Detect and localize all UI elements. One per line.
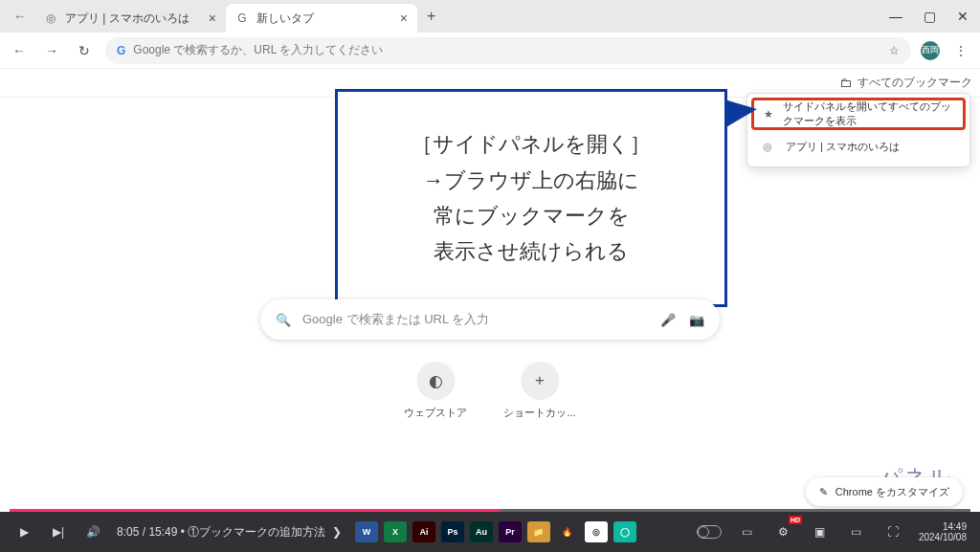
- shortcut-webstore[interactable]: ◐ ウェブストア: [404, 362, 467, 420]
- play-button[interactable]: ▶: [13, 521, 34, 542]
- tab-inactive[interactable]: ◎ アプリ | スマホのいろは ×: [34, 4, 226, 33]
- shortcut-icon: ◐: [416, 362, 455, 400]
- taskbar-tile[interactable]: 📁: [527, 521, 550, 542]
- google-g-icon: G: [117, 44, 125, 57]
- image-search-icon[interactable]: 📷: [689, 313, 704, 327]
- hd-badge: HD: [789, 516, 802, 524]
- system-clock: 14:49 2024/10/08: [919, 521, 967, 542]
- window-controls: ― ▢ ✕: [889, 9, 974, 24]
- taskbar-tile[interactable]: W: [355, 521, 378, 542]
- search-icon: 🔍: [276, 313, 291, 327]
- search-placeholder: Google で検索または URL を入力: [302, 311, 489, 328]
- taskbar-tile[interactable]: ◯: [613, 521, 636, 542]
- new-tab-button[interactable]: +: [417, 8, 445, 25]
- history-back-icon[interactable]: ←: [6, 9, 34, 24]
- tab-active[interactable]: G 新しいタブ ×: [226, 4, 417, 33]
- minimize-icon[interactable]: ―: [889, 9, 902, 24]
- customize-chrome-button[interactable]: ✎ Chrome をカスタマイズ: [806, 477, 963, 506]
- customize-label: Chrome をカスタマイズ: [835, 485, 949, 499]
- callout-line: 表示させ続けられる: [434, 233, 629, 269]
- close-tab-icon[interactable]: ×: [400, 11, 408, 26]
- ntp-search-bar[interactable]: 🔍 Google で検索または URL を入力 🎤 📷: [260, 299, 720, 340]
- annotation-callout: ［サイドパネルを開く］ →ブラウザ上の右脇に 常にブックマークを 表示させ続けら…: [335, 89, 727, 307]
- taskbar-tile[interactable]: X: [384, 521, 407, 542]
- autoplay-toggle[interactable]: [697, 525, 722, 539]
- star-bookmark-icon[interactable]: ☆: [889, 44, 900, 57]
- toolbar: ← → ↻ G Google で検索するか、URL を入力してください ☆ 西岡…: [0, 33, 980, 69]
- settings-icon[interactable]: ⚙ HD: [773, 521, 794, 542]
- titlebar: ← ◎ アプリ | スマホのいろは × G 新しいタブ × + ― ▢ ✕: [0, 0, 980, 33]
- maximize-icon[interactable]: ▢: [924, 9, 936, 24]
- taskbar-tile[interactable]: Pr: [499, 521, 522, 542]
- video-time: 8:05 / 15:49 • ①ブックマークの追加方法 ❯: [117, 524, 342, 541]
- captions-icon[interactable]: ▭: [737, 521, 758, 542]
- miniplayer-icon[interactable]: ▣: [810, 521, 831, 542]
- dd-item-label: サイドパネルを開いてすべてのブックマークを表示: [783, 99, 953, 128]
- taskbar-tile[interactable]: ◎: [585, 521, 608, 542]
- callout-line: ［サイドパネルを開く］: [412, 126, 651, 162]
- bookmarks-dropdown: ★ サイドパネルを開いてすべてのブックマークを表示 ◎ アプリ | スマホのいろ…: [746, 93, 970, 167]
- shortcut-label: ショートカッ...: [503, 406, 575, 420]
- star-icon: ★: [764, 108, 773, 121]
- close-window-icon[interactable]: ✕: [957, 9, 969, 24]
- taskbar-tile[interactable]: Au: [470, 521, 493, 542]
- taskbar-tile[interactable]: 🔥: [556, 521, 579, 542]
- profile-avatar[interactable]: 西岡: [921, 41, 940, 60]
- ntp-shortcuts: ◐ ウェブストア + ショートカッ...: [404, 362, 575, 420]
- dd-open-side-panel[interactable]: ★ サイドパネルを開いてすべてのブックマークを表示: [751, 98, 966, 130]
- next-button[interactable]: ▶|: [48, 521, 69, 542]
- dd-item-label: アプリ | スマホのいろは: [786, 140, 900, 154]
- callout-line: →ブラウザ上の右脇に: [423, 163, 639, 198]
- tab-label: アプリ | スマホのいろは: [65, 11, 189, 27]
- reload-icon[interactable]: ↻: [73, 39, 96, 62]
- shortcut-add[interactable]: + ショートカッ...: [503, 362, 575, 420]
- taskbar-tile[interactable]: Ps: [441, 521, 464, 542]
- fullscreen-icon[interactable]: ⛶: [882, 521, 903, 542]
- tab-label: 新しいタブ: [256, 11, 314, 27]
- dd-bookmark-entry[interactable]: ◎ アプリ | スマホのいろは: [751, 130, 966, 163]
- pencil-icon: ✎: [819, 486, 828, 498]
- favicon-icon: G: [235, 11, 249, 25]
- plus-icon: +: [521, 362, 559, 400]
- address-placeholder: Google で検索するか、URL を入力してください: [133, 42, 383, 58]
- taskbar-tile[interactable]: Ai: [412, 521, 435, 542]
- taskbar-app-tiles: WXAiPsAuPr📁🔥◎◯: [355, 521, 636, 542]
- page-icon: ◎: [763, 141, 776, 153]
- voice-search-icon[interactable]: 🎤: [660, 313, 676, 327]
- video-controls: ▶ ▶| 🔊 8:05 / 15:49 • ①ブックマークの追加方法 ❯ WXA…: [0, 512, 980, 552]
- all-bookmarks-button[interactable]: すべてのブックマーク: [858, 75, 972, 91]
- favicon-icon: ◎: [44, 11, 57, 25]
- volume-icon[interactable]: 🔊: [82, 521, 103, 542]
- shortcut-label: ウェブストア: [404, 406, 467, 420]
- callout-line: 常にブックマークを: [434, 198, 630, 233]
- forward-icon[interactable]: →: [40, 39, 63, 62]
- menu-kebab-icon[interactable]: ⋮: [949, 39, 972, 62]
- address-bar[interactable]: G Google で検索するか、URL を入力してください ☆: [105, 37, 911, 64]
- folder-icon: 🗀: [839, 76, 852, 90]
- close-tab-icon[interactable]: ×: [209, 11, 216, 26]
- theater-icon[interactable]: ▭: [846, 521, 867, 542]
- back-icon[interactable]: ←: [8, 39, 31, 62]
